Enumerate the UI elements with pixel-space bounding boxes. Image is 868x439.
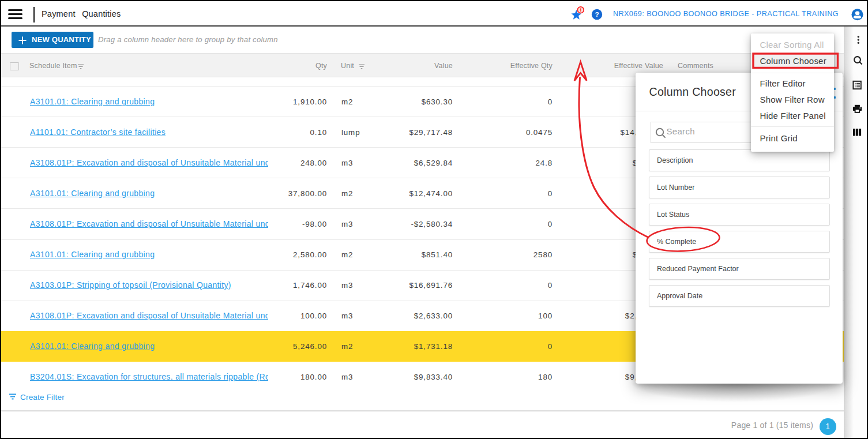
- svg-text:?: ?: [595, 10, 599, 18]
